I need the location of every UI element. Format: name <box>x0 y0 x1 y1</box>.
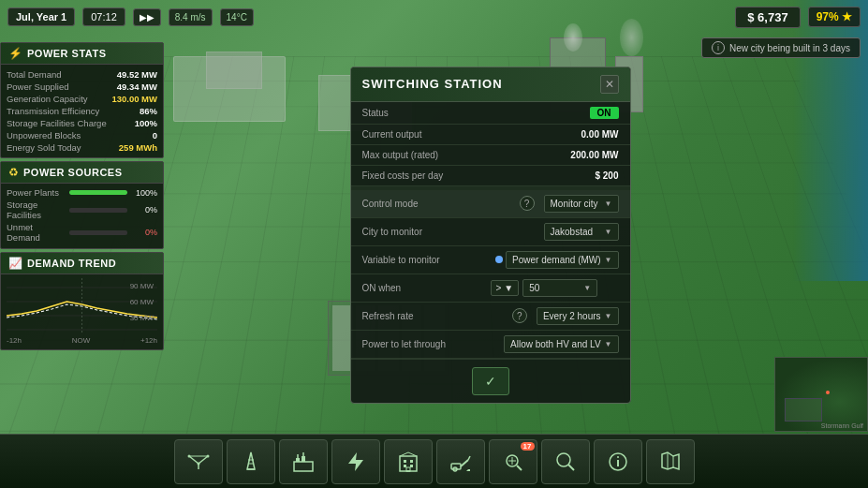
modal-row-refresh: Refresh rate ? Every 2 hours ▼ <box>351 303 630 331</box>
toolbar-btn-excavator[interactable] <box>436 439 485 484</box>
power-lines-icon <box>187 451 210 473</box>
tower-icon <box>240 451 262 473</box>
minimap-area <box>785 398 822 421</box>
power-sources-header: ♻ POWER SOURCES <box>1 162 163 184</box>
toolbar-btn-lightning[interactable] <box>331 439 380 484</box>
stat-row-0: Total Demand 49.52 MW <box>7 68 157 81</box>
on-when-operator-dropdown[interactable]: > ▼ <box>491 280 520 296</box>
svg-marker-44 <box>662 452 679 469</box>
svg-line-36 <box>517 466 522 470</box>
demand-trend-header: 📈 DEMAND TREND <box>1 253 163 274</box>
stat-value-3: 86% <box>140 106 157 116</box>
stat-row-2: Generation Capacity 130.00 MW <box>7 93 157 105</box>
stat-label-5: Unpowered Blocks <box>7 130 81 140</box>
control-mode-help-button[interactable]: ? <box>520 196 535 211</box>
toolbar-btn-map[interactable] <box>646 439 695 484</box>
refresh-rate-dropdown[interactable]: Every 2 hours ▼ <box>537 307 619 325</box>
toolbar-btn-tower[interactable] <box>227 439 275 484</box>
lightning-bolt-icon <box>345 451 367 473</box>
svg-rect-16 <box>294 462 313 471</box>
modal-row-on-when: ON when > ▼ 50 ▼ <box>351 274 630 303</box>
city-monitor-dropdown[interactable]: Jakobstad ▼ <box>544 223 619 241</box>
building-2 <box>206 52 262 89</box>
chevron-down-icon-5: ▼ <box>605 312 612 320</box>
refresh-rate-help-button[interactable]: ? <box>512 308 527 323</box>
status-on-badge: ON <box>590 107 619 119</box>
chart-icon: 📈 <box>8 257 22 270</box>
bottom-toolbar: 17 <box>0 434 868 488</box>
y-label-1: 60 MW <box>130 298 154 306</box>
modal-confirm-row: ✓ <box>351 359 630 403</box>
toolbar-btn-building[interactable] <box>384 439 433 484</box>
control-mode-value: Monitor city <box>551 199 598 209</box>
modal-row-power-through: Power to let through Allow both HV and L… <box>351 331 630 359</box>
hud-speed-controls[interactable]: ▶▶ <box>133 8 161 26</box>
confirm-button[interactable]: ✓ <box>472 367 509 395</box>
hud-temperature: 14°C <box>220 8 254 26</box>
modal-row-variable: Variable to monitor Power demand (MW) ▼ <box>351 246 630 274</box>
source-row-2: Unmet Demand 0% <box>7 222 157 243</box>
sources-table: Power Plants 100% Storage Facilities 0% … <box>1 184 163 248</box>
variable-monitor-dropdown[interactable]: Power demand (MW) ▼ <box>506 251 618 269</box>
control-mode-label: Control mode <box>362 199 520 209</box>
stat-label-1: Power Supplied <box>7 81 69 92</box>
hud-right: $ 6,737 97% ★ <box>735 7 861 28</box>
x-label-center: NOW <box>72 336 91 345</box>
source-row-0: Power Plants 100% <box>7 187 157 198</box>
modal-row-current: Current output 0.00 MW <box>351 125 630 145</box>
minimap-inner: Stormann Gulf <box>775 358 867 431</box>
stat-value-0: 49.52 MW <box>117 69 157 80</box>
svg-line-40 <box>568 465 574 470</box>
toolbar-btn-research[interactable]: 17 <box>489 439 537 484</box>
svg-line-32 <box>461 460 468 466</box>
toolbar-btn-info[interactable] <box>594 439 642 484</box>
power-stats-title: POWER STATS <box>27 48 107 59</box>
source-bar-container-1 <box>69 208 128 213</box>
chevron-down-icon-3: ▼ <box>605 256 612 264</box>
svg-marker-21 <box>348 452 363 471</box>
switching-station-modal[interactable]: SWITCHING STATION ✕ Status ON Current ou… <box>350 67 631 404</box>
modal-close-button[interactable]: ✕ <box>600 75 619 94</box>
minimap-position-dot <box>826 391 830 394</box>
toolbar-btn-factory[interactable] <box>279 439 328 484</box>
notification-text: New city being built in 3 days <box>729 43 850 53</box>
control-mode-dropdown[interactable]: Monitor city ▼ <box>544 195 619 213</box>
x-label-left: -12h <box>7 336 22 345</box>
x-label-right: +12h <box>140 336 157 345</box>
source-pct-1: 0% <box>131 205 157 214</box>
info-circle-icon <box>607 451 629 473</box>
excavator-icon <box>449 451 472 473</box>
demand-trend-title: DEMAND TREND <box>27 258 116 269</box>
map-icon <box>659 451 682 473</box>
factory-icon <box>292 451 315 473</box>
power-sources-title: POWER SOURCES <box>23 167 123 178</box>
modal-row-city: City to monitor Jakobstad ▼ <box>351 218 630 246</box>
magnifier-icon <box>554 451 577 473</box>
power-stats-panel: ⚡ POWER STATS Total Demand 49.52 MW Powe… <box>0 42 164 158</box>
variable-monitor-label: Variable to monitor <box>362 255 496 265</box>
recycle-icon: ♻ <box>8 166 19 179</box>
power-through-dropdown[interactable]: Allow both HV and LV ▼ <box>504 335 618 353</box>
on-when-value-dropdown[interactable]: 50 ▼ <box>522 279 597 297</box>
toolbar-btn-power-lines[interactable] <box>174 439 223 484</box>
variable-indicator <box>495 256 503 263</box>
stat-label-3: Transmission Efficiency <box>7 106 99 116</box>
svg-line-6 <box>199 456 208 464</box>
hud-time: 07:12 <box>82 7 125 26</box>
minimap[interactable]: Stormann Gulf <box>774 357 868 432</box>
demand-trend-panel: 📈 DEMAND TREND 90 <box>0 252 164 350</box>
current-output-label: Current output <box>362 129 491 140</box>
source-bar-container-2 <box>69 230 128 235</box>
fixed-costs-label: Fixed costs per day <box>362 170 491 181</box>
source-bar-container-0 <box>69 190 128 195</box>
source-bar-0 <box>69 190 128 195</box>
svg-point-43 <box>617 456 619 458</box>
stat-row-3: Transmission Efficiency 86% <box>7 105 157 117</box>
hud-date[interactable]: Jul, Year 1 <box>7 7 75 26</box>
y-label-0: 90 MW <box>130 282 154 290</box>
modal-header: SWITCHING STATION ✕ <box>351 67 630 102</box>
on-when-label: ON when <box>362 283 491 293</box>
stat-label-2: Generation Capacity <box>7 94 88 104</box>
stat-row-1: Power Supplied 49.34 MW <box>7 81 157 93</box>
toolbar-btn-magnifier[interactable] <box>541 439 590 484</box>
